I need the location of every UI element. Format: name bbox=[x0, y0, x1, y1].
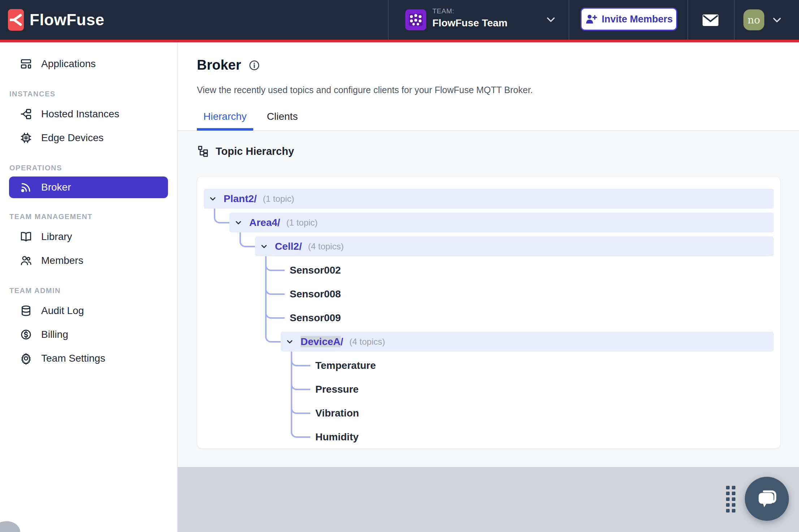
tree-branch-row[interactable]: Plant2/(1 topic) bbox=[204, 189, 774, 209]
sidebar-item-team-settings[interactable]: Team Settings bbox=[0, 347, 177, 370]
sidebar-section-header: TEAM ADMIN bbox=[9, 287, 177, 295]
sidebar-item-label: Library bbox=[41, 231, 72, 243]
topic-label: Temperature bbox=[315, 360, 376, 371]
tree-connector bbox=[239, 232, 256, 247]
tree-leaf-row[interactable]: Humidity bbox=[306, 427, 359, 447]
topic-label: Plant2/ bbox=[224, 193, 257, 205]
sidebar-item-label: Edge Devices bbox=[41, 132, 104, 144]
tree-branch-row[interactable]: Area4/(1 topic) bbox=[229, 213, 774, 232]
database-icon bbox=[20, 304, 33, 317]
chevron-down-icon bbox=[259, 242, 269, 251]
applications-icon bbox=[20, 57, 33, 70]
chevron-down-icon bbox=[772, 16, 782, 24]
topic-label: Pressure bbox=[315, 384, 359, 395]
sidebar-item-audit-log[interactable]: Audit Log bbox=[0, 299, 177, 322]
sidebar-item-hosted-instances[interactable]: Hosted Instances bbox=[0, 103, 177, 126]
page-footer-area bbox=[178, 467, 799, 532]
invite-members-label: Invite Members bbox=[602, 14, 673, 25]
tree-leaf-row[interactable]: Pressure bbox=[306, 379, 359, 399]
sidebar-item-library[interactable]: Library bbox=[0, 225, 177, 248]
topic-label: DeviceA/ bbox=[301, 336, 343, 348]
brand[interactable]: FlowFuse bbox=[8, 0, 104, 40]
tab-hierarchy[interactable]: Hierarchy bbox=[197, 108, 253, 130]
info-icon[interactable] bbox=[249, 60, 260, 71]
pipeline-icon bbox=[20, 108, 33, 121]
tab-bar: Hierarchy Clients bbox=[197, 108, 311, 130]
dollar-circle-icon bbox=[20, 328, 33, 341]
sidebar-section-header: INSTANCES bbox=[9, 90, 177, 98]
chevron-down-icon bbox=[545, 15, 556, 24]
topic-label: Sensor008 bbox=[290, 288, 341, 300]
topic-count: (1 topic) bbox=[263, 194, 294, 204]
drag-handle[interactable] bbox=[726, 486, 738, 513]
hierarchy-icon bbox=[197, 145, 209, 157]
topic-label: Sensor002 bbox=[290, 265, 341, 276]
page-description: View the recently used topics and config… bbox=[197, 85, 533, 95]
sidebar-item-label: Broker bbox=[41, 182, 71, 193]
tree-leaf-row[interactable]: Sensor002 bbox=[281, 260, 341, 280]
user-plus-icon bbox=[585, 14, 597, 25]
flowfuse-logo-icon bbox=[8, 9, 24, 31]
users-icon bbox=[20, 254, 33, 267]
user-avatar: no bbox=[743, 9, 764, 30]
sidebar-item-broker[interactable]: Broker bbox=[9, 176, 168, 198]
team-label: TEAM: bbox=[432, 7, 508, 15]
topic-count: (4 topics) bbox=[308, 241, 344, 252]
sidebar-item-edge-devices[interactable]: Edge Devices bbox=[0, 126, 177, 149]
nav-divider bbox=[734, 0, 735, 40]
envelope-icon bbox=[702, 14, 719, 26]
sidebar-item-label: Hosted Instances bbox=[41, 108, 119, 120]
brand-name: FlowFuse bbox=[30, 11, 104, 29]
user-menu[interactable]: no bbox=[743, 0, 782, 40]
tree-connector bbox=[265, 256, 282, 343]
tree-branch-row[interactable]: Cell2/(4 topics) bbox=[255, 236, 774, 256]
chevron-down-icon bbox=[285, 337, 294, 346]
sidebar-item-applications[interactable]: Applications bbox=[0, 52, 177, 75]
topic-hierarchy-card: Plant2/(1 topic)Area4/(1 topic)Cell2/(4 … bbox=[197, 176, 781, 449]
topic-label: Area4/ bbox=[249, 217, 280, 228]
tree-leaf-row[interactable]: Temperature bbox=[306, 356, 376, 375]
sidebar-item-label: Applications bbox=[41, 58, 96, 70]
tree-branch-row[interactable]: DeviceA/(4 topics) bbox=[281, 332, 774, 352]
sidebar-item-label: Audit Log bbox=[41, 305, 84, 317]
tree-leaf-row[interactable]: Sensor009 bbox=[281, 308, 341, 328]
tab-content: Topic Hierarchy Plant2/(1 topic)Area4/(1… bbox=[178, 131, 799, 467]
tree-connector bbox=[214, 209, 231, 223]
team-selector[interactable]: TEAM: FlowFuse Team bbox=[388, 0, 569, 40]
notifications-button[interactable] bbox=[695, 10, 726, 30]
topic-tree: Plant2/(1 topic)Area4/(1 topic)Cell2/(4 … bbox=[204, 189, 774, 447]
rss-icon bbox=[20, 181, 33, 194]
sidebar: Applications INSTANCES Hosted Instances bbox=[0, 42, 178, 532]
topic-count: (1 topic) bbox=[286, 218, 318, 228]
book-icon bbox=[20, 230, 33, 243]
team-name: FlowFuse Team bbox=[432, 17, 508, 29]
top-navbar: FlowFuse TEAM: FlowFuse Team bbox=[0, 0, 799, 42]
sidebar-section-header: OPERATIONS bbox=[9, 164, 177, 172]
invite-members-button[interactable]: Invite Members bbox=[580, 8, 677, 31]
sidebar-item-label: Billing bbox=[41, 329, 68, 340]
team-avatar bbox=[405, 9, 426, 30]
chevron-down-icon bbox=[234, 218, 243, 227]
page-title: Broker bbox=[197, 57, 241, 73]
chat-launcher-button[interactable] bbox=[745, 477, 789, 521]
sidebar-item-label: Members bbox=[41, 255, 83, 266]
tree-leaf-row[interactable]: Vibration bbox=[306, 403, 359, 423]
sidebar-item-members[interactable]: Members bbox=[0, 249, 177, 272]
topic-label: Humidity bbox=[315, 431, 359, 443]
sidebar-item-billing[interactable]: Billing bbox=[0, 323, 177, 346]
topic-label: Cell2/ bbox=[275, 241, 302, 252]
page-header: Broker View the recently used topics and… bbox=[178, 42, 799, 131]
gear-icon bbox=[20, 352, 33, 365]
chip-icon bbox=[20, 131, 33, 144]
sidebar-item-label: Team Settings bbox=[41, 353, 105, 364]
topic-count: (4 topics) bbox=[349, 337, 385, 347]
panel-heading: Topic Hierarchy bbox=[216, 145, 294, 157]
nav-divider bbox=[687, 0, 688, 40]
topic-label: Vibration bbox=[315, 407, 359, 419]
tab-clients[interactable]: Clients bbox=[260, 108, 305, 130]
sidebar-section-header: TEAM MANAGEMENT bbox=[9, 213, 177, 221]
nav-divider bbox=[569, 0, 569, 40]
chat-bubbles-icon bbox=[755, 487, 779, 511]
topic-label: Sensor009 bbox=[290, 312, 341, 324]
tree-leaf-row[interactable]: Sensor008 bbox=[281, 284, 341, 304]
